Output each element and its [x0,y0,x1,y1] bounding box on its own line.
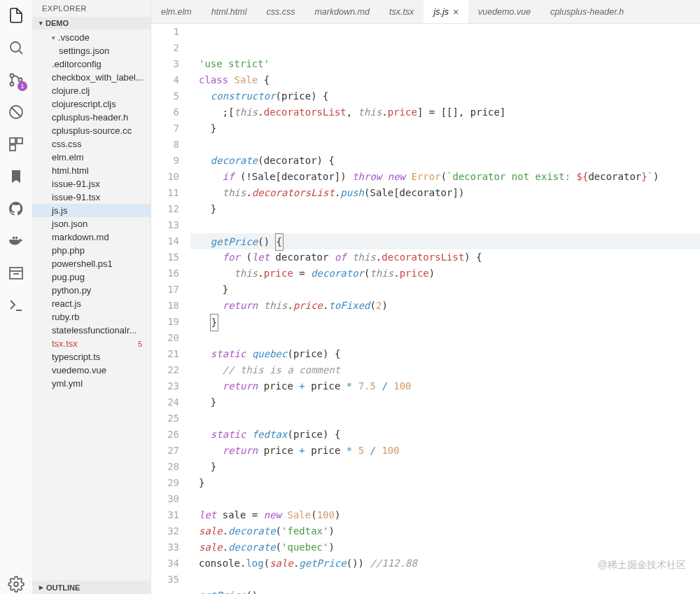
code-line[interactable]: getPrice() { [190,233,700,249]
code-line[interactable] [190,491,700,507]
tab[interactable]: css.css [256,0,304,23]
search-icon[interactable] [6,38,26,57]
code-line[interactable]: } [190,394,700,410]
tab[interactable]: js.js× [424,0,468,23]
file-item[interactable]: issue-91.tsx [32,191,150,204]
folder-item[interactable]: .vscode [32,31,150,44]
code-line[interactable]: } [190,314,700,330]
code-line[interactable] [190,572,700,588]
file-item[interactable]: cplusplus-header.h [32,111,150,124]
code-line[interactable] [190,330,700,346]
svg-line-6 [11,107,21,117]
extensions-icon[interactable] [6,134,26,154]
code-line[interactable] [190,410,700,427]
code-line[interactable]: static quebec(price) { [190,346,700,362]
svg-point-19 [14,582,18,586]
svg-rect-9 [10,145,15,151]
code-line[interactable]: class Sale { [190,72,700,88]
explorer-icon[interactable] [6,6,26,25]
scm-icon[interactable]: 1 [6,70,26,90]
section-demo[interactable]: ▾DEMO [32,17,150,29]
code-line[interactable]: static fedtax(price) { [190,427,700,443]
code-line[interactable]: } [190,282,700,298]
file-item[interactable]: typescript.ts [32,350,150,364]
file-item[interactable]: issue-91.jsx [32,177,150,191]
svg-point-0 [10,42,20,52]
file-item[interactable]: markdown.md [32,230,150,244]
file-item[interactable]: clojure.clj [32,84,150,97]
tab[interactable]: cplusplus-header.h [540,0,634,23]
file-item[interactable]: cplusplus-source.cc [32,124,150,137]
tab[interactable]: html.html [202,0,257,23]
code-line[interactable]: this.price = decorator(this.price) [190,265,700,282]
file-item[interactable]: powershell.ps1 [32,257,150,270]
code-line[interactable]: let sale = new Sale(100) [190,507,700,523]
watermark: @稀土掘金技术社区 [598,557,686,573]
code-line[interactable]: this.decoratorsList.push(Sale[decorator]… [190,185,700,201]
file-item[interactable]: ruby.rb [32,310,150,324]
bookmark-icon[interactable] [6,167,26,186]
tab[interactable]: tsx.tsx [379,0,424,23]
docker-icon[interactable] [6,231,26,251]
tab-bar: elm.elmhtml.htmlcss.cssmarkdown.mdtsx.ts… [151,0,700,24]
sidebar: EXPLORER ▾DEMO .vscodesettings.json.edit… [32,0,151,594]
file-item[interactable]: react.js [32,297,150,310]
file-item[interactable]: checkbox_with_label... [32,71,150,84]
svg-point-3 [10,83,14,86]
preview-icon[interactable] [6,263,26,283]
code-line[interactable] [190,137,700,153]
file-item[interactable]: css.css [32,137,150,151]
code-line[interactable]: ;[this.decoratorsList, this.price] = [[]… [190,104,700,120]
svg-line-1 [20,51,23,55]
code-line[interactable]: decorate(decorator) { [190,153,700,169]
code-line[interactable]: if (!Sale[decorator]) throw new Error(`d… [190,169,700,185]
file-tree: .vscodesettings.json.editorconfigcheckbo… [32,29,150,581]
code-line[interactable]: } [190,201,700,217]
tab[interactable]: vuedemo.vue [468,0,540,23]
code-line[interactable]: return this.price.toFixed(2) [190,298,700,314]
file-item[interactable]: python.py [32,284,150,297]
tab[interactable]: markdown.md [304,0,379,23]
debug-icon[interactable] [6,102,26,122]
file-item[interactable]: statelessfunctionalr... [32,324,150,337]
code-line[interactable]: sale.decorate('fedtax') [190,523,700,539]
code-line[interactable]: } [190,459,700,475]
github-icon[interactable] [6,199,26,219]
code-area[interactable]: 'use strict'class Sale { constructor(pri… [190,24,700,594]
code-line[interactable]: // this is a comment [190,362,700,378]
code-line[interactable]: return price + price * 5 / 100 [190,443,700,459]
code-line[interactable]: getPrice() [190,588,700,594]
terminal-icon[interactable] [6,296,26,315]
editor[interactable]: 1234567891011121314151617181920212223242… [151,24,700,594]
code-line[interactable]: for (let decorator of this.decoratorsLis… [190,249,700,265]
file-item[interactable]: pug.pug [32,270,150,284]
editor-group: elm.elmhtml.htmlcss.cssmarkdown.mdtsx.ts… [151,0,700,594]
svg-rect-8 [17,138,22,144]
settings-icon[interactable] [6,574,26,594]
section-outline[interactable]: ▸OUTLINE [32,581,150,594]
file-item[interactable]: php.php [32,244,150,257]
file-item[interactable]: tsx.tsx5 [32,337,150,350]
code-line[interactable]: constructor(price) { [190,88,700,104]
code-line[interactable]: sale.decorate('quebec') [190,539,700,555]
file-item[interactable]: .editorconfig [32,57,150,71]
file-item[interactable]: vuedemo.vue [32,364,150,377]
scm-badge: 1 [18,81,27,91]
file-item[interactable]: html.html [32,164,150,177]
code-line[interactable]: } [190,475,700,491]
code-line[interactable]: } [190,120,700,137]
file-item[interactable]: json.json [32,217,150,230]
line-gutter: 1234567891011121314151617181920212223242… [151,24,190,594]
file-item[interactable]: elm.elm [32,151,150,164]
file-item[interactable]: clojurescript.cljs [32,97,150,111]
code-line[interactable] [190,217,700,233]
file-item[interactable]: js.js [32,204,150,217]
code-line[interactable]: return price + price * 7.5 / 100 [190,378,700,394]
code-line[interactable]: 'use strict' [190,56,700,72]
close-icon[interactable]: × [453,6,458,18]
file-item[interactable]: yml.yml [32,377,150,390]
file-item[interactable]: settings.json [32,44,150,57]
tab[interactable]: elm.elm [151,0,202,23]
chevron-right-icon: ▸ [39,583,43,592]
svg-point-2 [10,74,14,78]
